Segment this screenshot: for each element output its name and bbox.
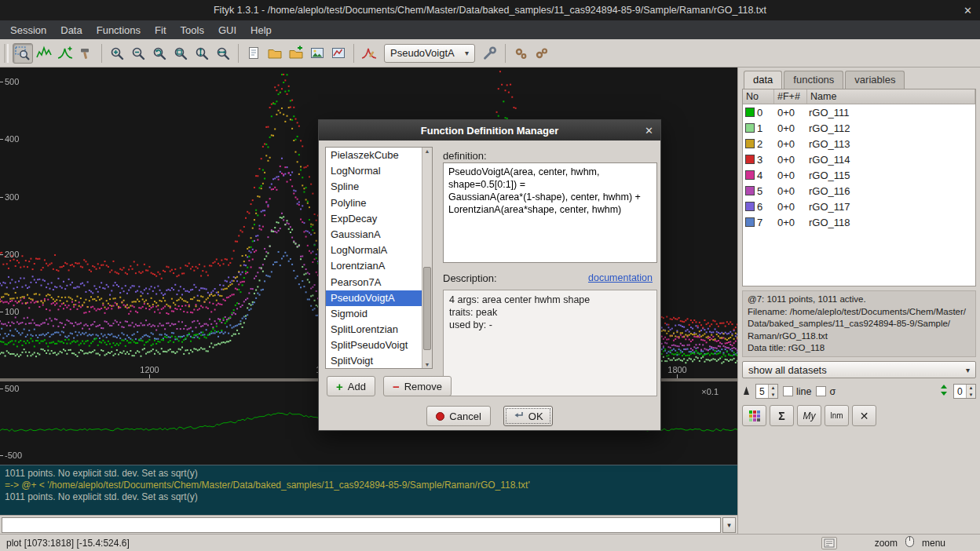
function-type-item[interactable]: LorentzianA	[326, 258, 422, 274]
auto-fit-button[interactable]	[532, 43, 552, 64]
table-row[interactable]: 00+0rGO_111	[743, 104, 975, 120]
function-type-item[interactable]: LogNormal	[326, 163, 422, 179]
toolbar-separator	[505, 44, 506, 63]
open-data-button[interactable]	[265, 43, 285, 64]
function-type-item[interactable]: Pearson7A	[326, 275, 422, 290]
function-type-item[interactable]: GaussianA	[326, 227, 422, 243]
dataset-name: rGO_115	[807, 170, 975, 181]
menu-gui[interactable]: GUI	[211, 22, 243, 38]
menu-tools[interactable]: Tools	[174, 22, 211, 38]
zoom-all-icon	[173, 46, 188, 61]
point-size-spinner[interactable]: 5 ▲▼	[755, 384, 778, 399]
data-range-mode-button[interactable]	[34, 43, 54, 64]
zoom-all-button[interactable]	[170, 43, 191, 64]
dataset-number: 2	[757, 138, 762, 150]
add-peak-mode-button[interactable]	[55, 43, 75, 64]
names-button[interactable]: lnm	[825, 405, 849, 426]
window-title: Fityk 1.3.1 - /home/aleplo/test/Document…	[214, 5, 766, 16]
statusbar-info-icon[interactable]	[821, 537, 837, 549]
remove-button[interactable]: − Remove	[383, 376, 452, 396]
titlebar: Fityk 1.3.1 - /home/aleplo/test/Document…	[0, 0, 980, 20]
menu-data[interactable]: Data	[53, 22, 89, 38]
dataset-color-swatch[interactable]	[745, 139, 755, 148]
function-type-item[interactable]: PseudoVoigtA	[326, 290, 422, 306]
table-row[interactable]: 70+0rGO_118	[743, 214, 975, 230]
function-type-item[interactable]: Polyline	[326, 195, 422, 211]
zoom-select-mode-button[interactable]	[13, 43, 33, 64]
table-row[interactable]: 30+0rGO_114	[743, 151, 975, 167]
tab-data[interactable]: data	[744, 71, 782, 89]
definition-textarea[interactable]: PseudoVoigtA(area, center, hwhm, shape=0…	[443, 162, 657, 263]
define-function-icon	[482, 46, 498, 61]
table-row[interactable]: 10+0rGO_112	[743, 120, 975, 136]
zoom-vertical-button[interactable]	[192, 43, 212, 64]
function-list-scrollbar[interactable]: ▲ ▼	[422, 148, 432, 368]
function-type-item[interactable]: SplitVoigt	[326, 353, 422, 369]
y-shift-spinner[interactable]: 0 ▲▼	[953, 384, 976, 399]
table-row[interactable]: 40+0rGO_115	[743, 167, 975, 183]
tab-functions[interactable]: functions	[784, 71, 843, 89]
spinner-arrows[interactable]: ▲▼	[966, 385, 975, 398]
delete-button[interactable]: ✕	[852, 405, 876, 426]
spinner-arrows[interactable]: ▲▼	[768, 385, 777, 398]
zoom-horizontal-button[interactable]	[213, 43, 233, 64]
tab-variables[interactable]: variables	[845, 71, 905, 89]
table-row[interactable]: 60+0rGO_117	[743, 199, 975, 214]
window-close-button[interactable]: ✕	[964, 0, 972, 20]
zoom-out-button[interactable]	[128, 43, 148, 64]
function-type-item[interactable]: SplitLorentzian	[326, 322, 422, 338]
zoom-previous-icon	[152, 46, 167, 61]
documentation-link[interactable]: documentation	[588, 272, 653, 283]
function-type-item[interactable]: LogNormalA	[326, 243, 422, 258]
auto-add-button[interactable]	[510, 43, 531, 64]
line-checkbox[interactable]	[783, 386, 793, 396]
datasets-filter-combo[interactable]: show all datasets ▾	[742, 361, 976, 378]
dialog-close-button[interactable]: ✕	[645, 125, 653, 137]
table-row[interactable]: 20+0rGO_113	[743, 136, 975, 151]
function-type-item[interactable]: SplitPseudoVoigt	[326, 338, 422, 353]
scroll-up-arrow[interactable]: ▲	[422, 148, 432, 154]
function-type-combo[interactable]: PseudoVoigtA▾	[384, 44, 475, 63]
menu-fit[interactable]: Fit	[148, 22, 173, 38]
command-input[interactable]	[2, 517, 721, 533]
append-data-button[interactable]	[286, 43, 306, 64]
function-type-item[interactable]: Sigmoid	[326, 306, 422, 322]
define-function-button[interactable]	[480, 43, 500, 64]
drag-peak-mode-button[interactable]	[76, 43, 97, 64]
sigma-checkbox[interactable]	[816, 386, 826, 396]
dataset-color-swatch[interactable]	[745, 123, 755, 133]
toolbar-grip[interactable]	[4, 44, 9, 63]
dataset-color-swatch[interactable]	[745, 202, 755, 211]
menu-help[interactable]: Help	[243, 22, 279, 38]
dataset-color-swatch[interactable]	[745, 186, 755, 195]
zoom-in-button[interactable]	[107, 43, 127, 64]
dataset-colors-button[interactable]	[742, 405, 766, 426]
dataset-color-swatch[interactable]	[745, 108, 755, 117]
dataset-color-swatch[interactable]	[745, 170, 755, 180]
scroll-down-arrow[interactable]: ▼	[422, 362, 432, 367]
table-row[interactable]: 50+0rGO_116	[743, 183, 975, 199]
export-peaks-button[interactable]	[328, 43, 349, 64]
toolbar: PseudoVoigtA▾	[0, 39, 980, 68]
edit-function-button[interactable]	[359, 43, 379, 64]
dataset-color-swatch[interactable]	[745, 217, 755, 227]
session-log-button[interactable]	[243, 43, 264, 64]
sum-button[interactable]: Σ	[770, 405, 794, 426]
point-size-value: 5	[756, 385, 768, 398]
model-button[interactable]: My	[797, 405, 821, 426]
dialog-titlebar: Function Definition Manager ✕	[319, 120, 660, 140]
zoom-previous-button[interactable]	[149, 43, 170, 64]
ok-button-label: OK	[528, 411, 543, 422]
function-type-item[interactable]: Spline	[326, 179, 422, 195]
add-button[interactable]: + Add	[327, 376, 375, 396]
function-type-item[interactable]: ExpDecay	[326, 211, 422, 227]
menu-functions[interactable]: Functions	[90, 22, 148, 38]
save-image-button[interactable]	[307, 43, 327, 64]
scrollbar-thumb[interactable]	[423, 267, 431, 350]
cancel-button[interactable]: Cancel	[426, 406, 490, 426]
dataset-color-swatch[interactable]	[745, 155, 755, 164]
ok-button[interactable]: OK	[503, 406, 553, 426]
menu-session[interactable]: Session	[3, 22, 53, 38]
function-type-item[interactable]: PielaszekCube	[326, 148, 422, 163]
command-history-button[interactable]: ▾	[722, 517, 736, 533]
